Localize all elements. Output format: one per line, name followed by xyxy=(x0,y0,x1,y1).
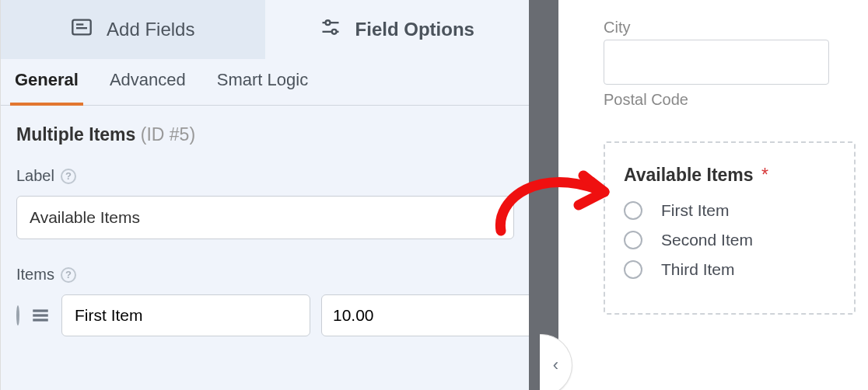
field-options-panel: Add Fields Field Options General Advance… xyxy=(0,0,529,390)
radio-label: Second Item xyxy=(661,231,753,249)
item-default-radio[interactable] xyxy=(16,305,19,326)
form-preview: City Postal Code Available Items * First… xyxy=(585,0,868,390)
collapse-toggle[interactable]: ‹ xyxy=(540,334,572,390)
label-caption: Label xyxy=(16,167,54,185)
svg-rect-8 xyxy=(33,314,48,316)
radio-icon xyxy=(624,201,642,220)
add-fields-icon xyxy=(71,16,93,43)
top-tabs: Add Fields Field Options xyxy=(1,0,529,59)
preview-radio-list: First Item Second Item Third Item xyxy=(624,201,835,279)
city-input[interactable] xyxy=(604,40,829,85)
sliders-icon xyxy=(320,16,341,43)
preview-field-block[interactable]: Available Items * First Item Second Item… xyxy=(604,141,856,315)
tab-label: Field Options xyxy=(355,19,474,40)
radio-label: First Item xyxy=(661,201,730,220)
tab-add-fields[interactable]: Add Fields xyxy=(1,0,265,59)
tab-label: Add Fields xyxy=(107,19,194,40)
label-input[interactable] xyxy=(16,196,514,239)
item-price-input[interactable] xyxy=(321,294,529,336)
preview-title-text: Available Items xyxy=(624,165,754,185)
item-name-input[interactable] xyxy=(61,294,310,336)
svg-rect-7 xyxy=(33,309,48,312)
section-title-text: Multiple Items xyxy=(16,124,135,145)
drag-handle-icon[interactable] xyxy=(30,305,51,326)
svg-point-6 xyxy=(331,30,336,34)
help-icon[interactable]: ? xyxy=(61,169,76,184)
section-id: (ID #5) xyxy=(141,124,195,145)
radio-label: Third Item xyxy=(661,260,735,279)
svg-point-4 xyxy=(325,20,330,25)
preview-field-title: Available Items * xyxy=(624,165,835,186)
svg-rect-9 xyxy=(33,319,48,321)
subtab-smart-logic[interactable]: Smart Logic xyxy=(212,57,313,106)
items-caption-row: Items ? xyxy=(16,266,513,284)
label-caption-row: Label ? xyxy=(16,167,513,185)
preview-radio-option[interactable]: First Item xyxy=(624,201,835,220)
subtab-advanced[interactable]: Advanced xyxy=(105,57,191,106)
section-title: Multiple Items (ID #5) xyxy=(16,124,513,145)
tab-field-options[interactable]: Field Options xyxy=(265,0,530,59)
city-label: City xyxy=(604,19,856,37)
panel-divider: ‹ xyxy=(529,0,585,390)
sub-tabs: General Advanced Smart Logic xyxy=(1,59,529,106)
panel-body: Multiple Items (ID #5) Label ? Items ? xyxy=(1,106,529,390)
preview-radio-option[interactable]: Second Item xyxy=(624,231,835,249)
subtab-general[interactable]: General xyxy=(10,57,83,106)
radio-icon xyxy=(624,260,642,279)
postal-label: Postal Code xyxy=(604,91,856,109)
chevron-left-icon: ‹ xyxy=(553,355,558,375)
radio-icon xyxy=(624,231,642,249)
help-icon[interactable]: ? xyxy=(61,267,76,283)
item-row xyxy=(16,294,513,336)
items-caption: Items xyxy=(16,266,54,284)
preview-radio-option[interactable]: Third Item xyxy=(624,260,835,279)
required-asterisk: * xyxy=(761,165,768,185)
